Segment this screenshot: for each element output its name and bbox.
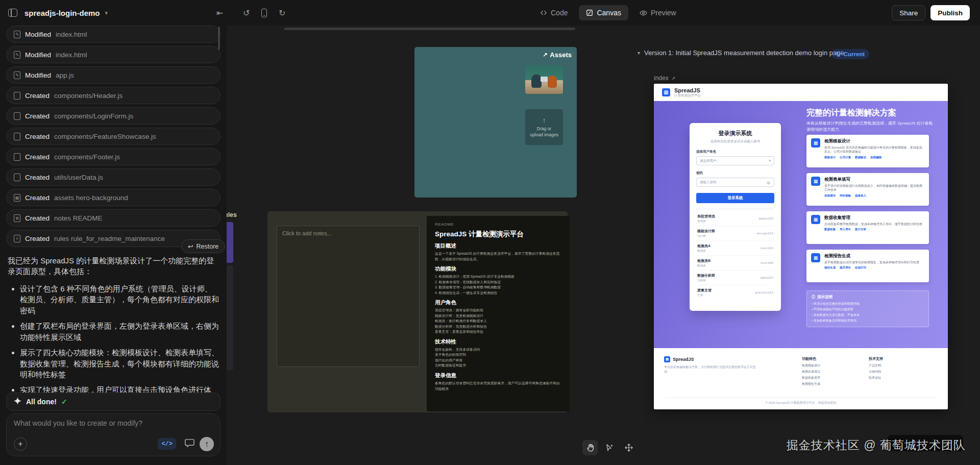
asset-image-thumbnail[interactable] (525, 65, 563, 94)
footer-link[interactable]: 示例代码 (869, 370, 883, 374)
file-change-item[interactable]: Modified app.js (6, 66, 220, 84)
code-toggle-button[interactable]: </> (158, 438, 176, 450)
feature-tag-link[interactable]: 格式导出 (840, 266, 851, 270)
current-version-badge[interactable]: ↻ Current (831, 49, 869, 59)
readme-caption: README (435, 222, 561, 227)
feature-card[interactable]: ▦ 检测报告生成 基于检测数据自动生成专业的检测报告，支持多种格式导出和打印分发… (806, 250, 929, 282)
feature-description: 基于设计好的模板进行在线数据录入，实时校验确保数据准确，提高检测工作效率 (824, 184, 924, 192)
footer-link[interactable]: 检测表单填写 (802, 370, 820, 374)
sidebar-toggle-icon[interactable] (8, 9, 17, 17)
file-change-item[interactable]: Created components/Footer.js (6, 148, 220, 165)
feature-tag-link[interactable]: 在线编辑 (870, 156, 881, 159)
readme-list-item: 数据分析师：负责数据分析和报告 (435, 324, 561, 330)
select-tool-button[interactable] (602, 440, 617, 455)
feature-card[interactable]: ▦ 数据收集管理 自动收集和整理检测数据，支持多种格式导入导出，便于数据统计和分… (806, 211, 929, 244)
assets-panel-header[interactable]: ↗ Assets (543, 51, 572, 59)
file-change-item[interactable]: Created components/LoginForm.js (6, 107, 220, 125)
feature-tag-link[interactable]: 数据验证 (855, 156, 866, 159)
app-window: spreadjs-login-demo ▾ ⇤ ↺ ↻ Code Canvas … (0, 0, 980, 465)
refresh-icon[interactable]: ↻ (279, 0, 285, 26)
feature-tag-link[interactable]: 数据收集 (824, 228, 836, 231)
frame-label[interactable]: index ↗ (654, 75, 675, 82)
pan-tool-button[interactable] (582, 440, 598, 455)
notes-card[interactable]: Click to add notes... (277, 226, 420, 367)
feature-tag-link[interactable]: 在线填写 (824, 194, 836, 198)
image-upload-dropzone[interactable]: ↑ Drag or upload images (525, 109, 563, 145)
restore-button[interactable]: ↩ Restore (181, 239, 225, 253)
chat-input[interactable] (14, 419, 213, 436)
quick-login-row[interactable]: 质量主管 主管 quality123 (696, 285, 774, 300)
role-select[interactable]: 请选择用户... ▾ (696, 156, 774, 165)
page-preview-frame[interactable]: ▦ SpreadJS 计量检测演示平台 完整的计量检测解决方案 体验从模板设计到… (654, 84, 948, 409)
file-change-item[interactable]: Created notes README (6, 209, 220, 227)
feature-tag-link[interactable]: 统计分析 (855, 228, 866, 231)
readme-list-item: 4. 检测报告生成 - 一键生成专业检测报告 (435, 290, 561, 296)
feature-card[interactable]: ▦ 检测模板设计 使用 SpreadJS 强大的表格编辑功能设计专业的计量检测模… (806, 135, 929, 167)
share-button[interactable]: Share (892, 5, 925, 20)
feature-tag-link[interactable]: 导入导出 (840, 228, 851, 231)
collapse-sidebar-icon[interactable]: ⇤ (216, 0, 223, 26)
tab-code[interactable]: Code (533, 5, 575, 20)
quick-login-row[interactable]: 模板设计师 设计师 design123 (696, 226, 774, 241)
eye-icon[interactable] (766, 178, 771, 187)
readme-card[interactable]: README SpreadJS 计量检测演示平台 项目概述 这是一个基于 Spr… (427, 216, 570, 411)
readme-section-heading: 技术特性 (435, 338, 561, 346)
file-change-item[interactable]: Created assets hero-background (6, 189, 220, 206)
quick-login-row[interactable]: 数据分析师 分析师 data123 (696, 271, 774, 285)
history-icon[interactable]: ↺ (243, 0, 250, 26)
footer-link[interactable]: 产品文档 (869, 363, 883, 368)
file-change-item[interactable]: Created components/FeatureShowcase.js (6, 128, 220, 145)
feature-tag-link[interactable]: 模板设计 (824, 156, 836, 159)
feature-tag-link[interactable]: 批量录入 (855, 194, 866, 198)
file-change-item[interactable]: Modified index.html (6, 46, 220, 63)
chat-mode-button[interactable] (185, 438, 194, 450)
upload-icon: ↑ (543, 116, 546, 124)
demo-note-card: ⓘ 演示说明 本演示包含完整的登录和权限控制不同角色拥有不同的功能权限所有数据均… (806, 290, 929, 327)
tab-canvas[interactable]: Canvas (579, 5, 628, 20)
publish-button[interactable]: Publish (930, 5, 970, 20)
readme-section: 登录信息 各角色的默认登录密码已在登录页面底部展示，用户可以选择不同角色体验不同… (435, 372, 561, 391)
canvas-horizontal-scrollbar[interactable] (284, 28, 575, 30)
readme-section: 项目概述 这是一个基于 SpreadJS 的计量检测业务演示平台，展示了完整的计… (435, 242, 561, 262)
readme-list-item: 现代化的用户界面 (435, 358, 561, 363)
tab-preview[interactable]: Preview (632, 5, 683, 20)
feature-card[interactable]: ▦ 检测表单填写 基于设计好的模板进行在线数据录入，实时校验确保数据准确，提高检… (806, 173, 929, 206)
chat-input-box[interactable]: + </> ↑ (6, 413, 220, 456)
file-action-label: Created (25, 194, 50, 202)
move-tool-button[interactable] (621, 440, 636, 455)
feature-tag-link[interactable]: 公式计算 (840, 156, 851, 159)
footer-link[interactable]: 数据收集管理 (802, 376, 820, 380)
footer-link[interactable]: 技术论坛 (869, 376, 883, 380)
quick-login-row[interactable]: 检测员B 检测员 test456 (696, 256, 774, 271)
assistant-summary: 我已经为 SpreadJS 的计量检测场景设计了一个功能完整的登录页面原型，具体… (8, 255, 219, 406)
feature-tag-link[interactable]: 报告生成 (824, 266, 836, 270)
file-change-item[interactable]: Created utils/userData.js (6, 168, 220, 186)
password-field[interactable]: 请输入密码 (696, 178, 774, 187)
feature-icon: ▦ (811, 215, 820, 224)
version-header[interactable]: ▾ Version 1: Initial SpreadJS measuremen… (638, 49, 844, 57)
canvas-pane[interactable]: ules ↗ Assets ↑ Drag or upload images ↗ (222, 26, 980, 465)
readme-list-item: 质量主管：质量监督和报告审批 (435, 329, 561, 335)
send-button[interactable]: ↑ (200, 437, 214, 451)
login-submit-button[interactable]: 登录系统 (696, 193, 774, 203)
footer-link[interactable]: 检测报告生成 (802, 382, 820, 386)
mobile-view-icon[interactable] (261, 0, 267, 26)
feature-tag-link[interactable]: 实时校验 (840, 194, 851, 198)
feature-icon: ▦ (811, 138, 820, 148)
assets-panel[interactable]: ↗ Assets ↑ Drag or upload images (414, 47, 577, 198)
readme-section-heading: 登录信息 (435, 372, 561, 379)
file-change-item[interactable]: Modified index.html (6, 26, 220, 43)
quick-login-row[interactable]: 检测员A 检测员 test123 (696, 241, 774, 256)
chevron-down-icon[interactable]: ▾ (105, 10, 108, 16)
footer-link[interactable]: 检测模板设计 (802, 363, 820, 368)
project-title[interactable]: spreadjs-login-demo (24, 9, 100, 17)
knowledge-panel[interactable]: ↗ Knowledge Click to add notes... README… (267, 211, 568, 412)
feature-tag-link[interactable]: 自动打印 (855, 266, 866, 270)
file-change-item[interactable]: Created components/Header.js (6, 87, 220, 104)
quick-login-row[interactable]: 系统管理员 管理员 admin123 (696, 211, 774, 226)
chevron-down-icon[interactable]: ▾ (638, 50, 640, 56)
version-label: Version 1: Initial SpreadJS measurement … (644, 49, 844, 57)
file-list-scrollbar[interactable] (218, 27, 220, 50)
attach-button[interactable]: + (14, 437, 27, 451)
summary-bullet: 展示了四大核心功能模块：检测模板设计、检测表单填写、数据收集管理、检测报告生成，… (20, 347, 219, 380)
